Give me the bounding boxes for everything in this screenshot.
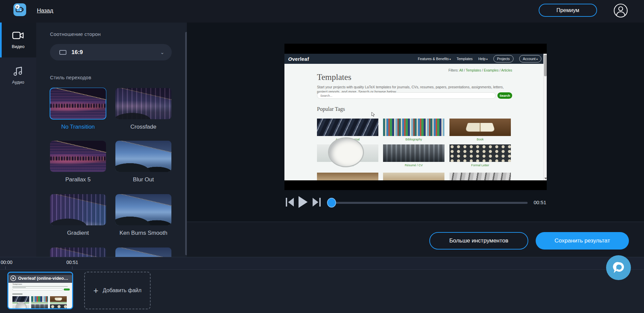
template-image: [449, 119, 511, 136]
mini-template-label: [31, 303, 48, 303]
transitions-label: Стиль переходов: [50, 75, 91, 80]
clip-title: Overleaf (online-video…: [18, 276, 68, 281]
transition-thumbnail[interactable]: [115, 88, 171, 119]
settings-panel: Соотношение сторон 16:9 ⌄ Стиль переходо…: [36, 23, 187, 257]
aspect-ratio-label: Соотношение сторон: [50, 31, 101, 37]
mini-template-image: [12, 304, 29, 309]
svg-text:F: F: [16, 5, 18, 9]
transition-thumbnail[interactable]: [50, 141, 106, 172]
account-avatar-icon[interactable]: [613, 3, 628, 18]
mini-text-line: [12, 287, 26, 288]
mini-text-line: [12, 286, 68, 287]
mini-template-image: [50, 304, 67, 309]
transition-thumbnail[interactable]: [115, 248, 171, 257]
template-search-input: [317, 92, 496, 99]
clip-title-bar: Overleaf (online-video…: [8, 273, 72, 283]
mini-template-image: [31, 304, 48, 309]
chat-bubble-icon: [612, 261, 625, 274]
timeline-ruler[interactable]: 00:00 00:51: [0, 257, 644, 270]
timeline-start-label: 00:00: [1, 260, 12, 265]
add-file-button[interactable]: + Добавить файл: [84, 272, 151, 309]
skip-back-button[interactable]: [285, 197, 294, 208]
app-logo-icon[interactable]: F: [13, 3, 26, 16]
save-result-button[interactable]: Сохранить результат: [536, 232, 629, 250]
back-link[interactable]: Назад: [37, 7, 53, 14]
mouse-cursor: [371, 112, 375, 117]
popular-tags-heading: Popular Tags: [317, 106, 345, 112]
support-chat-button[interactable]: [606, 255, 631, 280]
skip-back-icon: [285, 197, 294, 207]
preview-player: Overleaf Features & Benefits Templates H…: [187, 23, 644, 222]
overleaf-navbar: Overleaf Features & Benefits Templates H…: [284, 54, 547, 64]
timeline-tick: [5, 266, 6, 269]
template-image: [383, 119, 444, 136]
timeline-end-label: 00:51: [66, 260, 78, 265]
template-image: [383, 144, 444, 162]
page-scrollbar-thumb[interactable]: [544, 55, 547, 76]
clip-item-overleaf[interactable]: Overleaf (online-video… Templates: [7, 272, 73, 309]
template-tag-label: Bibliography: [383, 138, 444, 141]
page-scrollbar[interactable]: [543, 54, 547, 180]
transition-option-partial[interactable]: [50, 248, 106, 257]
mini-search-button: [64, 288, 70, 290]
transition-thumbnail[interactable]: [115, 141, 171, 172]
video-preview-frame[interactable]: Overleaf Features & Benefits Templates H…: [284, 44, 547, 190]
skip-forward-icon: [312, 197, 321, 207]
template-image: [317, 144, 378, 162]
transition-option-crossfade[interactable]: Crossfade: [115, 88, 171, 131]
transition-thumbnail[interactable]: [50, 88, 106, 119]
scroll-down-arrow-icon[interactable]: [544, 178, 547, 179]
transition-option-partial[interactable]: [115, 248, 171, 257]
transition-thumbnail[interactable]: [50, 248, 106, 257]
template-image: [317, 119, 378, 136]
template-tag-label: Résumé / CV: [383, 164, 444, 167]
transition-option-gradient[interactable]: Gradient: [50, 194, 106, 237]
clip-thumbnail-page: Templates: [8, 283, 72, 309]
template-image: [383, 173, 444, 180]
transition-label: Blur Out: [115, 176, 171, 184]
more-tools-button[interactable]: Больше инструментов: [429, 232, 528, 250]
transition-thumbnail[interactable]: [115, 194, 171, 225]
transition-label: Crossfade: [115, 123, 171, 131]
aspect-ratio-dropdown[interactable]: 16:9 ⌄: [50, 44, 172, 60]
skip-forward-button[interactable]: [312, 197, 321, 208]
transition-option-parallax-5[interactable]: Parallax 5: [50, 141, 106, 184]
sidebar-tab-video[interactable]: Видео: [0, 23, 36, 57]
menu-help: Help: [478, 57, 488, 61]
mini-template-label: [50, 303, 67, 303]
aspect-ratio-icon: [59, 50, 66, 55]
transition-thumbnail[interactable]: [50, 194, 106, 225]
sidebar-tab-audio[interactable]: Аудио: [0, 57, 36, 92]
sidebar-rail: Видео Аудио: [0, 23, 36, 257]
mini-popular-tags: [12, 294, 22, 295]
premium-button[interactable]: Премиум: [539, 4, 597, 17]
aspect-ratio-value: 16:9: [71, 49, 83, 56]
overleaf-menu: Features & Benefits Templates Help Proje…: [418, 55, 541, 62]
plus-icon: +: [93, 287, 98, 294]
mini-template-image: [31, 296, 48, 302]
mini-template-image: [50, 296, 67, 302]
overleaf-logo: Overleaf: [288, 56, 309, 62]
transition-option-no-transition[interactable]: No Transition: [50, 88, 106, 131]
transition-label: No Transition: [50, 123, 106, 131]
template-card: Book: [449, 119, 511, 141]
mini-search-bar: [12, 288, 63, 290]
seek-handle[interactable]: [327, 198, 336, 208]
seek-bar[interactable]: [331, 202, 528, 204]
overleaf-page: Filters: All / Templates / Examples / Ar…: [284, 64, 547, 180]
transition-option-ken-burns-smooth[interactable]: Ken Burns Smooth: [115, 194, 171, 237]
mini-heading: Templates: [12, 283, 22, 285]
video-editor-app: F Назад Премиум Видео: [0, 0, 644, 313]
video-camera-icon: [12, 31, 24, 41]
music-note-icon: [13, 66, 23, 76]
transition-option-blur-out[interactable]: Blur Out: [115, 141, 171, 184]
template-tag-label: Book: [449, 138, 511, 141]
template-image: [449, 144, 511, 162]
menu-projects: Projects: [493, 55, 514, 62]
timeline-tick: [72, 266, 72, 269]
play-button[interactable]: [298, 196, 308, 209]
transition-label: Gradient: [50, 229, 106, 237]
template-card: Calendar: [317, 144, 378, 167]
template-card: [449, 173, 511, 180]
sidebar-tab-label: Видео: [0, 44, 36, 49]
